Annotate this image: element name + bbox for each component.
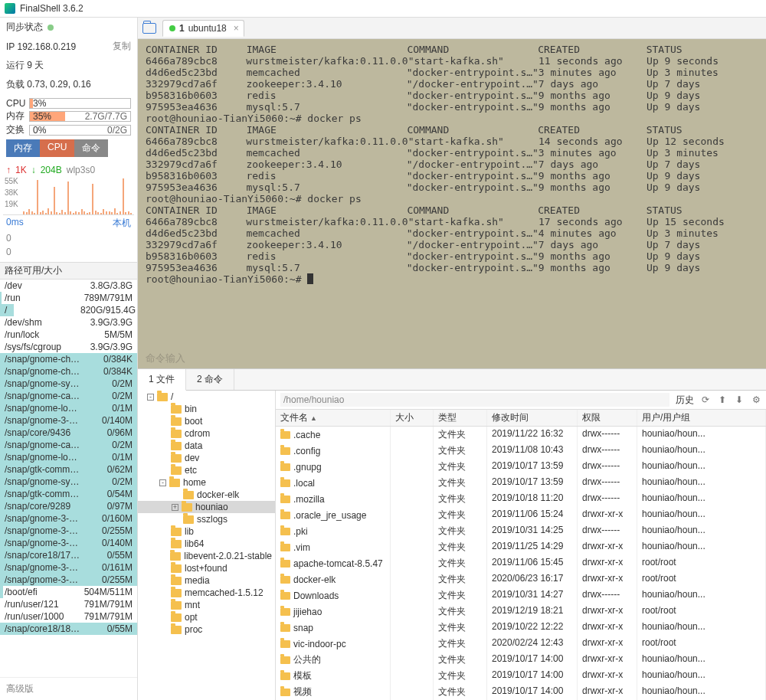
- fs-row[interactable]: /snap/gtk-commo...0/54M: [0, 488, 137, 500]
- tree-node[interactable]: opt: [138, 611, 275, 623]
- tree-node[interactable]: -/: [138, 391, 275, 403]
- file-row[interactable]: apache-tomcat-8.5.47文件夹2019/11/06 15:45d…: [276, 555, 766, 571]
- dir-tree[interactable]: -/binbootcdromdatadevetc-homedocker-elk+…: [138, 391, 276, 700]
- col-name[interactable]: 文件名▲: [276, 410, 391, 426]
- fs-row[interactable]: /snap/gnome-calc...0/2M: [0, 390, 137, 402]
- folder-icon: [280, 479, 290, 487]
- col-mtime[interactable]: 修改时间: [487, 410, 578, 426]
- fs-row[interactable]: /snap/gnome-3-2...0/140M: [0, 414, 137, 427]
- fs-row[interactable]: /snap/gnome-3-2...0/161M: [0, 561, 137, 574]
- close-tab-icon[interactable]: ×: [234, 23, 239, 34]
- tree-node[interactable]: boot: [138, 415, 275, 427]
- download-icon[interactable]: ⬇: [734, 394, 745, 405]
- tree-node[interactable]: cdrom: [138, 427, 275, 440]
- folder-icon: [171, 430, 182, 438]
- tree-node[interactable]: lost+found: [138, 562, 275, 574]
- col-owner[interactable]: 用户/用户组: [637, 410, 766, 426]
- file-row[interactable]: 模板文件夹2019/10/17 14:00drwxr-xr-xhouniao/h…: [276, 668, 766, 684]
- terminal-input-hint[interactable]: 命令输入: [146, 352, 185, 365]
- settings-icon[interactable]: ⚙: [751, 394, 761, 405]
- col-perm[interactable]: 权限: [578, 410, 637, 426]
- history-button[interactable]: 历史: [676, 394, 694, 407]
- expand-icon[interactable]: -: [159, 479, 166, 486]
- file-row[interactable]: jijiehao文件夹2019/12/19 18:21drwxr-xr-xroo…: [276, 604, 766, 620]
- host-label[interactable]: 本机: [113, 217, 131, 230]
- col-size[interactable]: 大小: [391, 410, 434, 426]
- fs-row[interactable]: /snap/gnome-log...0/1M: [0, 451, 137, 463]
- fs-row[interactable]: /820G/915.4G: [0, 304, 137, 316]
- fs-row[interactable]: /snap/gnome-syst...0/2M: [0, 378, 137, 390]
- tree-node[interactable]: etc: [138, 464, 275, 476]
- tree-node[interactable]: lib64: [138, 538, 275, 550]
- tree-node[interactable]: mnt: [138, 599, 275, 611]
- path-input[interactable]: /home/houniao: [280, 393, 669, 407]
- upload-icon[interactable]: ⬆: [717, 394, 728, 405]
- fs-col-avail[interactable]: 可用/大小: [23, 264, 62, 277]
- tree-node[interactable]: data: [138, 440, 275, 452]
- fs-row[interactable]: /run789M/791M: [0, 292, 137, 304]
- file-row[interactable]: 视频文件夹2019/10/17 14:00drwxr-xr-xhouniao/h…: [276, 684, 766, 700]
- file-row[interactable]: .config文件夹2019/11/08 10:43drwx------houn…: [276, 443, 766, 459]
- monitor-tab-cmd[interactable]: 命令: [74, 139, 108, 157]
- fs-row[interactable]: /snap/gnome-3-2...0/160M: [0, 512, 137, 525]
- fs-row[interactable]: /snap/core/94360/96M: [0, 427, 137, 439]
- file-row[interactable]: .oracle_jre_usage文件夹2019/11/06 15:24drwx…: [276, 507, 766, 523]
- file-row[interactable]: .gnupg文件夹2019/10/17 13:59drwx------houni…: [276, 459, 766, 475]
- col-type[interactable]: 类型: [434, 410, 487, 426]
- fs-row[interactable]: /dev3.8G/3.8G: [0, 280, 137, 292]
- monitor-tab-mem[interactable]: 内存: [6, 139, 40, 157]
- fs-row[interactable]: /run/lock5M/5M: [0, 329, 137, 341]
- fs-row[interactable]: /snap/core18/17540/55M: [0, 549, 137, 561]
- tree-node[interactable]: media: [138, 574, 275, 587]
- fs-row[interactable]: /snap/gnome-log...0/1M: [0, 402, 137, 414]
- tree-node[interactable]: libevent-2.0.21-stable: [138, 550, 275, 562]
- tree-node[interactable]: sszlogs: [138, 513, 275, 525]
- expand-icon[interactable]: +: [172, 504, 178, 511]
- monitor-tab-cpu[interactable]: CPU: [40, 139, 74, 157]
- fs-row[interactable]: /snap/gnome-syst...0/2M: [0, 476, 137, 488]
- sessions-folder-icon[interactable]: [142, 23, 156, 34]
- copy-ip-button[interactable]: 复制: [113, 40, 131, 53]
- file-row[interactable]: .local文件夹2019/10/17 13:59drwx------houni…: [276, 475, 766, 491]
- fs-row[interactable]: /snap/gnome-cha...0/384K: [0, 365, 137, 378]
- tree-node[interactable]: lib: [138, 525, 275, 538]
- expand-icon[interactable]: -: [147, 394, 154, 401]
- terminal[interactable]: CONTAINER IDIMAGECOMMANDCREATEDSTATUS646…: [138, 39, 766, 368]
- tree-node[interactable]: memcached-1.5.12: [138, 587, 275, 599]
- fs-row[interactable]: /snap/gtk-commo...0/62M: [0, 463, 137, 476]
- fs-row[interactable]: /boot/efi504M/511M: [0, 586, 137, 598]
- fs-row[interactable]: /snap/gnome-3-3...0/255M: [0, 574, 137, 586]
- refresh-icon[interactable]: ⟳: [700, 394, 711, 405]
- tab-files[interactable]: 1 文件: [138, 369, 186, 391]
- tree-node[interactable]: dev: [138, 452, 275, 464]
- file-row[interactable]: Downloads文件夹2019/10/31 14:27drwx------ho…: [276, 587, 766, 604]
- tree-node[interactable]: bin: [138, 403, 275, 415]
- fs-col-path[interactable]: 路径: [5, 264, 23, 277]
- tree-node[interactable]: -home: [138, 476, 275, 489]
- fs-row[interactable]: /snap/core/92890/97M: [0, 500, 137, 512]
- fs-row[interactable]: /snap/core18/18800/55M: [0, 623, 137, 635]
- fs-row[interactable]: /snap/gnome-cha...0/384K: [0, 353, 137, 365]
- fs-row[interactable]: /run/user/121791M/791M: [0, 598, 137, 610]
- tree-node[interactable]: +houniao: [138, 501, 275, 513]
- session-tab[interactable]: 1 ubuntu18 ×: [162, 20, 244, 37]
- file-row[interactable]: vic-indoor-pc文件夹2020/02/24 12:43drwxr-xr…: [276, 636, 766, 652]
- fs-row[interactable]: /snap/gnome-3-3...0/255M: [0, 525, 137, 537]
- advanced-link[interactable]: 高级版: [0, 677, 137, 700]
- file-row[interactable]: 公共的文件夹2019/10/17 14:00drwxr-xr-xhouniao/…: [276, 652, 766, 668]
- file-list[interactable]: .cache文件夹2019/11/22 16:32drwx------houni…: [276, 427, 766, 700]
- file-row[interactable]: .pki文件夹2019/10/31 14:25drwx------houniao…: [276, 523, 766, 539]
- file-row[interactable]: snap文件夹2019/10/22 12:22drwxr-xr-xhouniao…: [276, 620, 766, 636]
- fs-row[interactable]: /run/user/1000791M/791M: [0, 610, 137, 623]
- file-row[interactable]: .mozilla文件夹2019/10/18 11:20drwx------hou…: [276, 491, 766, 507]
- fs-row[interactable]: /sys/fs/cgroup3.9G/3.9G: [0, 341, 137, 353]
- fs-row[interactable]: /dev/shm3.9G/3.9G: [0, 316, 137, 329]
- file-row[interactable]: docker-elk文件夹2020/06/23 16:17drwxr-xr-xr…: [276, 571, 766, 587]
- file-row[interactable]: .vim文件夹2019/11/25 14:29drwxr-xr-xhouniao…: [276, 539, 766, 555]
- tree-node[interactable]: docker-elk: [138, 489, 275, 501]
- fs-row[interactable]: /snap/gnome-calc...0/2M: [0, 439, 137, 451]
- tree-node[interactable]: proc: [138, 623, 275, 636]
- tab-commands[interactable]: 2 命令: [186, 369, 234, 390]
- fs-row[interactable]: /snap/gnome-3-2...0/140M: [0, 537, 137, 549]
- file-row[interactable]: .cache文件夹2019/11/22 16:32drwx------houni…: [276, 427, 766, 443]
